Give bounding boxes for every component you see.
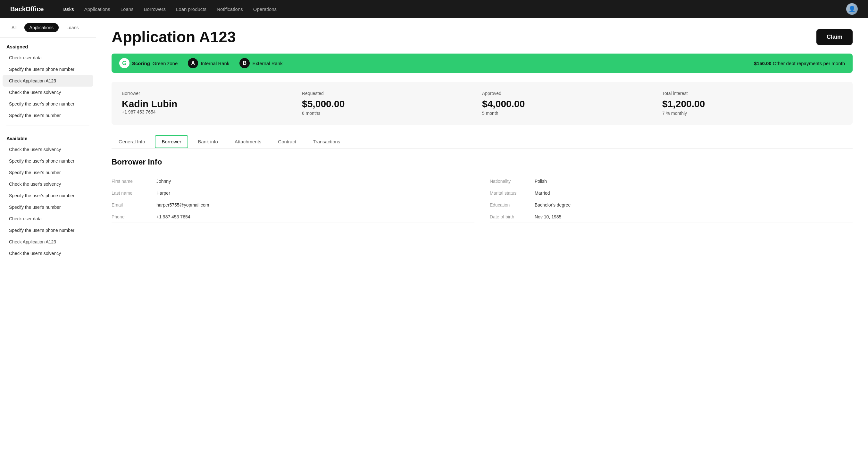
sidebar-item-avail-3[interactable]: Specify the user's number (3, 167, 93, 178)
section-title: Borrower Info (112, 157, 852, 167)
approved-card: Approved $4,000.00 5 month (482, 91, 662, 116)
sidebar-item-specify-number-1[interactable]: Specify the user's number (3, 110, 93, 121)
external-rank-badge: B External Rank (240, 58, 282, 68)
marital-value: Married (535, 191, 550, 196)
tab-loans[interactable]: Loans (61, 23, 84, 32)
nav-loan-products[interactable]: Loan products (176, 6, 207, 12)
requested-amount: $5,000.00 (302, 98, 472, 109)
tab-attachments[interactable]: Attachments (227, 135, 268, 148)
info-row-marital: Marital status Married (490, 187, 852, 199)
phone-label: Phone (112, 214, 156, 220)
email-value: harper5755@yopmail.com (156, 202, 209, 207)
sidebar-item-avail-9[interactable]: Check Application A123 (3, 236, 93, 247)
nav-tasks[interactable]: Tasks (62, 6, 74, 12)
nav-borrowers[interactable]: Borrowers (144, 6, 166, 12)
requested-term: 6 months (302, 111, 472, 116)
approved-term: 5 month (482, 111, 652, 116)
scoring-g-icon: G (119, 58, 129, 68)
nav-notifications[interactable]: Notifications (217, 6, 243, 12)
avatar[interactable]: 👤 (846, 3, 858, 15)
firstname-value: Johnny (156, 179, 171, 184)
tab-borrower[interactable]: Borrower (155, 135, 188, 148)
approved-label: Approved (482, 91, 652, 96)
sidebar-item-avail-1[interactable]: Check the user's solvency (3, 144, 93, 155)
scoring-label: Scoring (132, 61, 150, 66)
dob-label: Date of birth (490, 214, 535, 220)
lastname-label: Last name (112, 191, 156, 196)
info-cards: Borrower Kadin Lubin +1 987 453 7654 Req… (112, 82, 852, 125)
nav-loans[interactable]: Loans (121, 6, 134, 12)
tab-contract[interactable]: Contract (271, 135, 303, 148)
internal-rank-icon: A (188, 58, 198, 68)
topnav: BackOffice Tasks Applications Loans Borr… (0, 0, 868, 18)
sidebar-item-specify-phone-1[interactable]: Specify the user's phone number (3, 63, 93, 75)
borrower-label: Borrower (122, 91, 292, 96)
borrower-right-col: Nationality Polish Marital status Marrie… (490, 175, 852, 223)
info-row-education: Education Bachelor's degree (490, 199, 852, 211)
assigned-label: Assigned (0, 37, 96, 52)
sidebar-item-avail-6[interactable]: Specify the user's number (3, 201, 93, 213)
marital-label: Marital status (490, 191, 535, 196)
sidebar-item-check-solvency-1[interactable]: Check the user's solvency (3, 87, 93, 98)
tab-transactions[interactable]: Transactions (306, 135, 347, 148)
requested-card: Requested $5,000.00 6 months (302, 91, 482, 116)
sidebar-item-specify-phone-2[interactable]: Specify the user's phone number (3, 98, 93, 110)
borrower-phone: +1 987 453 7654 (122, 109, 292, 115)
sidebar-item-check-user-data[interactable]: Check user data (3, 52, 93, 63)
nav-applications[interactable]: Applications (84, 6, 110, 12)
borrower-card: Borrower Kadin Lubin +1 987 453 7654 (122, 91, 302, 116)
borrower-info-grid: First name Johnny Last name Harper Email… (112, 175, 852, 223)
firstname-label: First name (112, 179, 156, 184)
page-header: Application A123 Claim (112, 28, 852, 46)
requested-label: Requested (302, 91, 472, 96)
tab-general-info[interactable]: General Info (112, 135, 152, 148)
email-label: Email (112, 202, 156, 207)
education-value: Bachelor's degree (535, 202, 570, 207)
debt-label: Other debt repayments per month (773, 61, 845, 66)
external-rank-icon: B (240, 58, 250, 68)
phone-value: +1 987 453 7654 (156, 214, 190, 220)
sidebar-item-avail-5[interactable]: Specify the user's phone number (3, 190, 93, 201)
main-content: Application A123 Claim G Scoring Green z… (96, 18, 868, 466)
interest-rate: 7 % monthly (662, 111, 832, 116)
internal-rank-badge: A Internal Rank (188, 58, 229, 68)
sidebar-item-avail-4[interactable]: Check the user's solvency (3, 178, 93, 190)
approved-amount: $4,000.00 (482, 98, 652, 109)
info-row-phone: Phone +1 987 453 7654 (112, 211, 474, 223)
content-tabs: General Info Borrower Bank info Attachme… (112, 135, 852, 148)
sidebar-item-avail-2[interactable]: Specify the user's phone number (3, 155, 93, 167)
tab-bank-info[interactable]: Bank info (191, 135, 225, 148)
education-label: Education (490, 202, 535, 207)
debt-amount: $150.00 (754, 61, 771, 66)
sidebar-tabs: All Applications Loans (0, 18, 96, 37)
dob-value: Nov 10, 1985 (535, 214, 561, 220)
available-label: Available (0, 129, 96, 144)
tab-applications[interactable]: Applications (24, 23, 59, 32)
lastname-value: Harper (156, 191, 170, 196)
claim-button[interactable]: Claim (816, 29, 852, 45)
borrower-info-section: Borrower Info First name Johnny Last nam… (112, 157, 852, 223)
avatar-image: 👤 (846, 3, 858, 15)
scoring-badge: G Scoring Green zone (119, 58, 178, 68)
scoring-banner: G Scoring Green zone A Internal Rank B E… (112, 54, 852, 73)
info-row-email: Email harper5755@yopmail.com (112, 199, 474, 211)
info-row-lastname: Last name Harper (112, 187, 474, 199)
info-row-dob: Date of birth Nov 10, 1985 (490, 211, 852, 223)
external-rank-label: External Rank (252, 61, 282, 66)
scoring-zone: Green zone (153, 61, 178, 66)
sidebar-item-avail-8[interactable]: Specify the user's phone number (3, 225, 93, 236)
borrower-name: Kadin Lubin (122, 98, 292, 109)
nav-operations[interactable]: Operations (253, 6, 277, 12)
sidebar-item-avail-10[interactable]: Check the user's solvency (3, 247, 93, 259)
borrower-left-col: First name Johnny Last name Harper Email… (112, 175, 474, 223)
page-title: Application A123 (112, 28, 236, 46)
sidebar-divider (6, 125, 89, 125)
interest-amount: $1,200.00 (662, 98, 832, 109)
debt-info: $150.00 Other debt repayments per month (754, 61, 845, 66)
sidebar-item-avail-7[interactable]: Check user data (3, 213, 93, 225)
tab-all[interactable]: All (6, 23, 22, 32)
logo: BackOffice (10, 5, 44, 13)
layout: All Applications Loans Assigned Check us… (0, 18, 868, 466)
sidebar-item-check-application[interactable]: Check Application A123 (3, 75, 93, 87)
info-row-nationality: Nationality Polish (490, 175, 852, 187)
